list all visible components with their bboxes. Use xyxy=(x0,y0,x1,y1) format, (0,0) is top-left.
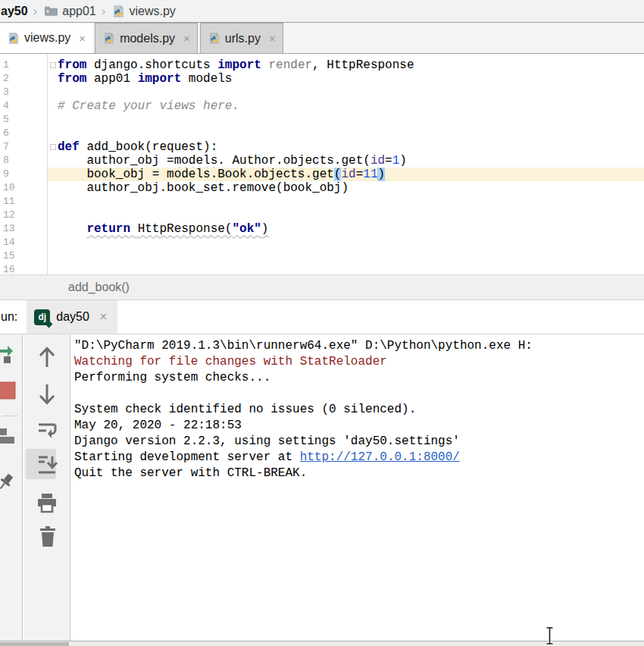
line-number: 7 xyxy=(0,140,47,154)
console-link[interactable]: http://127.0.0.1:8000/ xyxy=(300,450,460,464)
console-line: Django version 2.2.3, using settings 'da… xyxy=(74,434,644,450)
code-line: 11 xyxy=(0,195,644,209)
folder-icon xyxy=(44,5,58,17)
line-number: 1 xyxy=(0,58,47,72)
line-number: 4 xyxy=(0,99,47,113)
toolbar-divider xyxy=(2,416,18,416)
run-tab-label: day50 xyxy=(56,310,89,324)
line-number: 10 xyxy=(0,181,47,195)
console-output[interactable]: "D:\PyCharm 2019.1.3\bin\runnerw64.exe" … xyxy=(71,334,644,641)
line-number: 5 xyxy=(0,113,47,127)
django-icon: dj xyxy=(34,309,50,325)
code-line: 14 xyxy=(0,236,644,249)
context-function[interactable]: add_book() xyxy=(68,281,130,294)
line-number: 15 xyxy=(0,249,47,263)
code-line: 7def add_book(request): xyxy=(0,140,644,154)
python-file-icon xyxy=(208,32,220,45)
run-tool-window: "D:\PyCharm 2019.1.3\bin\runnerw64.exe" … xyxy=(0,334,644,641)
close-icon[interactable]: × xyxy=(183,32,190,45)
code-line: 8 author_obj =models. Author.objects.get… xyxy=(0,154,644,168)
code-editor[interactable]: 1from django.shortcuts import render, Ht… xyxy=(0,54,644,274)
run-label: un: xyxy=(0,300,17,334)
line-number: 14 xyxy=(0,236,47,249)
editor-lines: 1from django.shortcuts import render, Ht… xyxy=(0,54,644,274)
mouse-cursor xyxy=(544,626,555,645)
line-number: 13 xyxy=(0,222,47,236)
close-icon[interactable]: × xyxy=(269,32,276,45)
down-icon[interactable] xyxy=(36,382,58,406)
console-line xyxy=(74,386,644,402)
tab-models-py[interactable]: models.py × xyxy=(95,23,198,53)
tab-label: models.py xyxy=(120,32,175,45)
breadcrumb-package[interactable]: app01 xyxy=(62,5,96,18)
run-toolbar-left xyxy=(0,334,23,641)
python-file-icon xyxy=(112,5,125,18)
soft-wrap-icon[interactable] xyxy=(36,419,58,441)
breadcrumb: ay50 › app01 › views.py xyxy=(0,0,644,23)
line-number: 3 xyxy=(0,86,47,99)
code-line: 4# Create your views here. xyxy=(0,99,644,113)
breadcrumb-file[interactable]: views.py xyxy=(129,5,175,18)
code-line: 6 xyxy=(0,127,644,140)
console-line: "D:\PyCharm 2019.1.3\bin\runnerw64.exe" … xyxy=(74,338,644,354)
editor-tab-bar: views.py × models.py × urls.py × xyxy=(0,23,644,54)
tab-views-py[interactable]: views.py × xyxy=(0,23,92,53)
scroll-to-end-icon[interactable] xyxy=(36,454,58,475)
fold-marker[interactable] xyxy=(50,62,56,68)
restore-layout-icon[interactable] xyxy=(0,427,16,445)
tab-label: urls.py xyxy=(225,32,261,45)
print-icon[interactable] xyxy=(36,492,58,513)
scrollbar-thumb[interactable] xyxy=(0,642,69,646)
clear-icon[interactable] xyxy=(38,525,58,548)
console-line: Quit the server with CTRL-BREAK. xyxy=(74,466,644,481)
line-number: 2 xyxy=(0,72,47,86)
rerun-icon[interactable] xyxy=(0,343,17,366)
line-number: 11 xyxy=(0,195,47,209)
console-line: May 20, 2020 - 22:18:53 xyxy=(74,418,644,434)
code-line: 9 book_obj = models.Book.objects.get(id=… xyxy=(0,168,644,181)
close-icon[interactable]: × xyxy=(79,32,86,45)
code-line: 2from app01 import models xyxy=(0,72,644,86)
tab-urls-py[interactable]: urls.py × xyxy=(200,23,283,53)
chevron-separator-icon: › xyxy=(102,4,106,19)
close-icon[interactable]: × xyxy=(100,310,107,324)
console-toolbar xyxy=(23,334,70,641)
breadcrumb-project[interactable]: ay50 xyxy=(1,5,28,18)
chevron-separator-icon: › xyxy=(33,4,38,19)
console-line: Watching for file changes with StatReloa… xyxy=(74,354,644,370)
code-line: 15 xyxy=(0,249,644,263)
console-line: Starting development server at http://12… xyxy=(74,450,644,466)
code-line: 12 xyxy=(0,209,644,222)
pin-icon[interactable] xyxy=(0,472,16,494)
pycharm-window: ay50 › app01 › views.py views.py × model… xyxy=(0,0,644,646)
line-number: 6 xyxy=(0,127,47,140)
python-file-icon xyxy=(8,32,20,45)
gutter-divider xyxy=(47,54,48,274)
code-line: 13 return HttpResponse("ok") xyxy=(0,222,644,236)
tab-label: views.py xyxy=(24,31,70,45)
fold-marker[interactable] xyxy=(50,144,56,150)
line-number: 8 xyxy=(0,154,47,168)
console-line: Performing system checks... xyxy=(74,370,644,386)
up-icon[interactable] xyxy=(36,345,58,369)
code-line: 1from django.shortcuts import render, Ht… xyxy=(0,58,644,72)
line-number: 12 xyxy=(0,209,47,222)
context-bar: add_book() xyxy=(0,274,644,300)
line-number: 9 xyxy=(0,168,47,181)
run-header: un: dj day50 × xyxy=(0,300,644,334)
code-line: 10 author_obj.book_set.remove(book_obj) xyxy=(0,181,644,195)
line-number: 16 xyxy=(0,263,47,274)
stop-icon[interactable] xyxy=(0,381,16,400)
run-tab-day50[interactable]: dj day50 × xyxy=(27,300,117,334)
code-line: 3 xyxy=(0,86,644,99)
code-line: 16 xyxy=(0,263,644,274)
console-line: System check identified no issues (0 sil… xyxy=(74,402,644,418)
python-file-icon xyxy=(103,32,115,45)
code-line: 5 xyxy=(0,113,644,127)
